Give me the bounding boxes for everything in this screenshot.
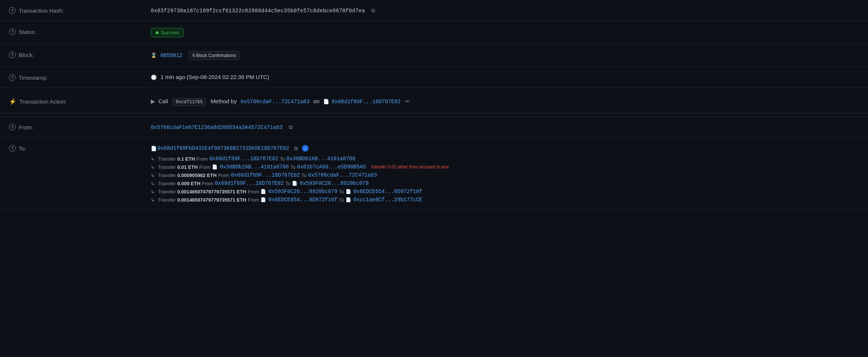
status-dot-icon	[156, 31, 159, 34]
bolt-icon: ⚡	[9, 98, 16, 105]
transfer-to-addr-6[interactable]: 0xcc1ae8Cf...29b177cCE	[353, 197, 422, 203]
from-value-cell: 0x5766cdaF1e67E1236a8d208554a3A4572C471a…	[142, 117, 868, 138]
transfer-from-addr-1[interactable]: 0x68d1f89F...18D767E02	[209, 156, 278, 162]
hash-value-cell: 0x83f29730a187c109f2ccf61322c82988d44c5e…	[142, 0, 868, 21]
transfer-to-label-3: To	[302, 173, 307, 178]
transfer-amount-1: 0.1 ETH	[177, 156, 195, 162]
page-container: ? Transaction Hash: 0x83f29730a187c109f2…	[0, 0, 868, 357]
transfer-from-addr-5[interactable]: 0x593F0C28...8920bc079	[268, 189, 337, 195]
status-label-text: Status:	[19, 29, 36, 35]
from-address-link[interactable]: 0x5766cdaF1e67E1236a8d208554a3A4572C471a…	[151, 124, 282, 130]
block-label-text: Block:	[19, 52, 34, 58]
transfer-to-contract-6: 📄	[346, 197, 351, 202]
from-label-text: From:	[19, 124, 33, 130]
transfer-to-label-6: To	[339, 197, 344, 203]
status-label-wrapper: ? Status:	[9, 28, 36, 35]
edit-icon[interactable]: ✏	[405, 98, 410, 104]
to-contract-icon: 📄	[151, 146, 157, 151]
hash-label-text: Transaction Hash:	[19, 7, 64, 14]
transfer-label-4: Transfer	[158, 181, 176, 186]
timestamp-value-cell: 🕒 1 min ago (Sep-08-2024 02:22:36 PM UTC…	[142, 67, 868, 88]
transfer-item-3: ↳ Transfer 0.000905982 ETH From 0x68d1f8…	[151, 172, 859, 178]
transfer-item-5: ↳ Transfer 0.00146507479779735571 ETH Fr…	[151, 189, 859, 195]
block-question-icon: ?	[9, 51, 16, 58]
action-label-text: Transaction Action:	[19, 98, 67, 105]
timestamp-label-cell: ? Timestamp:	[0, 67, 142, 88]
transfer-from-addr-2[interactable]: 0x38BDb2AB...4181a8780	[220, 164, 289, 170]
divider-cell-2	[0, 113, 868, 117]
transfer-amount-5: 0.00146507479779735571 ETH	[177, 189, 246, 195]
to-address-link[interactable]: 0x68d1f89FbD432E4f987366B2731DA5E18D767E…	[157, 145, 289, 151]
transfer-arrow-5: ↳	[151, 189, 155, 195]
transfer-label-6: Transfer	[158, 197, 176, 203]
from-label-wrapper: ? From:	[9, 124, 33, 130]
status-badge-text: Success	[161, 30, 179, 35]
status-value-cell: Success	[142, 21, 868, 44]
status-badge: Success	[151, 28, 184, 37]
transfer-from-label-4: From	[202, 181, 213, 186]
from-copy-icon[interactable]: ⧉	[287, 123, 294, 131]
transfer-to-contract-5: 📄	[346, 189, 351, 194]
transfer-label-5: Transfer	[158, 189, 176, 195]
transfer-to-label-5: To	[339, 189, 344, 195]
transfer-label-2: Transfer	[158, 164, 176, 170]
transfer-from-contract-5: 📄	[260, 189, 266, 194]
hash-row: ? Transaction Hash: 0x83f29730a187c109f2…	[0, 0, 868, 21]
status-question-icon: ?	[9, 28, 16, 35]
to-label-wrapper: ? To:	[9, 145, 26, 152]
action-contract-icon: 📄	[323, 99, 329, 104]
transfer-arrow-2: ↳	[151, 164, 155, 170]
transfer-arrow-6: ↳	[151, 197, 155, 203]
transfer-from-contract-6: 📄	[260, 197, 266, 202]
to-value-cell: 📄 0x68d1f89FbD432E4f987366B2731DA5E18D76…	[142, 138, 868, 210]
to-label-text: To:	[19, 145, 26, 152]
block-label-wrapper: ? Block:	[9, 51, 34, 58]
divider-cell	[0, 88, 868, 91]
transfer-to-addr-4[interactable]: 0x593F0C28...8920bc079	[300, 180, 369, 186]
action-call-text: Call	[158, 98, 168, 104]
hash-question-icon: ?	[9, 7, 16, 14]
transfer-from-contract-2: 📄	[212, 164, 218, 170]
transfer-item-4: ↳ Transfer 0.009 ETH From 0x68d1f89F...1…	[151, 180, 859, 186]
transfer-to-addr-3[interactable]: 0x5766cdaF...72C471a83	[308, 172, 377, 178]
divider-row	[0, 88, 868, 91]
transfer-to-addr-1[interactable]: 0x38BDb2AB...4181a8780	[287, 156, 356, 162]
block-value-cell: ⌛ 6655612 6 Block Confirmations	[142, 44, 868, 67]
timestamp-label-text: Timestamp:	[19, 75, 48, 81]
transfer-amount-3: 0.000905982 ETH	[177, 173, 217, 178]
transfer-from-addr-3[interactable]: 0x68d1f89F...18D767E02	[231, 172, 300, 178]
action-label-wrapper: ⚡ Transaction Action:	[9, 98, 67, 105]
transfer-to-addr-2[interactable]: 0x01b7cA9d...e5D90B5A5	[297, 164, 366, 170]
transfer-to-label-1: To	[280, 156, 285, 162]
transfer-to-addr-5[interactable]: 0x6EDCE654...0D972f10f	[353, 189, 422, 195]
to-copy-icon[interactable]: ⧉	[292, 145, 300, 152]
action-to-address-link[interactable]: 0x68d1f89F...18D767E02	[332, 99, 401, 105]
action-on-label: on	[313, 98, 320, 104]
action-row: ⚡ Transaction Action: ▶ Call 0xcd711765 …	[0, 91, 868, 113]
transfer-to-contract-4: 📄	[292, 181, 297, 186]
transfer-label-1: Transfer	[158, 156, 176, 162]
call-arrow-icon: ▶	[151, 98, 155, 104]
clock-icon: 🕒	[151, 75, 157, 80]
status-row: ? Status: Success	[0, 21, 868, 44]
transfer-label-3: Transfer	[158, 173, 176, 178]
to-question-icon: ?	[9, 145, 16, 152]
status-label-cell: ? Status:	[0, 21, 142, 44]
transfer-from-addr-6[interactable]: 0x6EDCE654...0D972f10f	[268, 197, 337, 203]
hash-copy-icon[interactable]: ⧉	[369, 7, 377, 14]
block-number-link[interactable]: 6655612	[160, 52, 182, 58]
timestamp-question-icon: ?	[9, 74, 16, 81]
transfer-amount-4: 0.009 ETH	[177, 181, 200, 186]
transfer-from-label-1: From	[197, 156, 208, 162]
action-method-label: Method by	[210, 98, 237, 104]
to-label-cell: ? To:	[0, 138, 142, 210]
transfer-from-label-3: From	[218, 173, 229, 178]
timestamp-row: ? Timestamp: 🕒 1 min ago (Sep-08-2024 02…	[0, 67, 868, 88]
block-row: ? Block: ⌛ 6655612 6 Block Confirmations	[0, 44, 868, 67]
action-value-cell: ▶ Call 0xcd711765 Method by 0x5766cdaF..…	[142, 91, 868, 113]
transfer-arrow-3: ↳	[151, 173, 155, 178]
transfer-from-addr-4[interactable]: 0x68d1f89F...18D767E02	[215, 180, 284, 186]
action-from-address-link[interactable]: 0x5766cdaF...72C471a83	[241, 99, 310, 105]
timestamp-label-wrapper: ? Timestamp:	[9, 74, 48, 81]
transfer-to-label-2: To	[290, 164, 296, 170]
